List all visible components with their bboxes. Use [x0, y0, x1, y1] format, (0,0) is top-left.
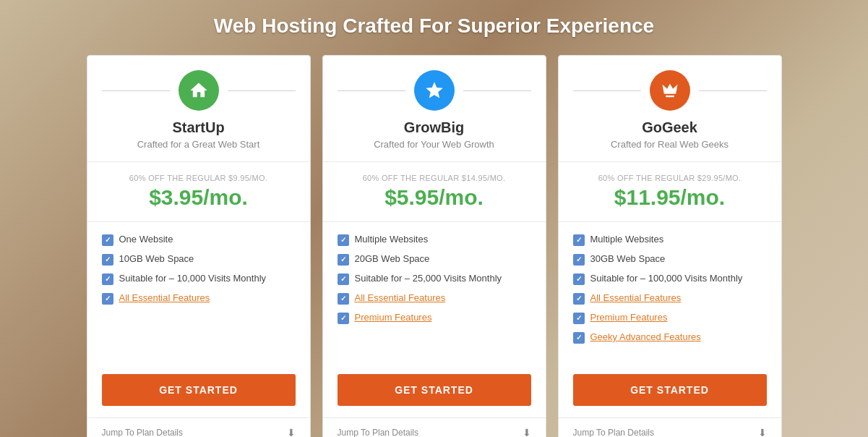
plan-card-growbig: GrowBig Crafted for Your Web Growth 60% …	[322, 55, 546, 437]
plan-price-growbig: $5.95/mo.	[338, 185, 531, 210]
get-started-button-startup[interactable]: GET STARTED	[102, 374, 296, 406]
plan-tagline-startup: Crafted for a Great Web Start	[102, 139, 296, 150]
plan-cta-growbig: GET STARTED	[323, 362, 546, 417]
feature-item-gogeek-3: All Essential Features	[573, 292, 767, 305]
feature-link-gogeek-3[interactable]: All Essential Features	[590, 292, 682, 303]
feature-item-growbig-0: Multiple Websites	[338, 234, 531, 246]
feature-item-gogeek-1: 30GB Web Space	[573, 253, 767, 266]
get-started-button-gogeek[interactable]: GET STARTED	[573, 374, 767, 406]
feature-text: 20GB Web Space	[355, 253, 430, 264]
plan-icon-wrapper-gogeek	[573, 70, 767, 111]
plan-features-gogeek: Multiple Websites 30GB Web Space Suitabl…	[559, 222, 781, 362]
down-arrow-icon-startup: ⬇	[287, 427, 296, 437]
plan-cta-gogeek: GET STARTED	[559, 362, 781, 417]
feature-item-gogeek-2: Suitable for – 100,000 Visits Monthly	[573, 273, 767, 285]
feature-text: Suitable for – 100,000 Visits Monthly	[590, 273, 743, 284]
feature-item-gogeek-0: Multiple Websites	[573, 234, 767, 246]
plan-name-gogeek: GoGeek	[573, 119, 767, 136]
feature-text: One Website	[119, 234, 173, 245]
feature-check-icon	[102, 234, 113, 246]
feature-check-icon	[573, 234, 585, 246]
icon-line-left	[338, 90, 405, 91]
feature-link-startup-3[interactable]: All Essential Features	[119, 292, 210, 303]
feature-text: Suitable for – 25,000 Visits Monthly	[355, 273, 502, 284]
feature-item-startup-0: One Website	[102, 234, 296, 246]
plan-header-startup: StartUp Crafted for a Great Web Start	[87, 56, 310, 162]
crown-icon	[650, 70, 690, 111]
feature-check-icon	[338, 254, 349, 266]
feature-item-startup-3: All Essential Features	[102, 292, 296, 305]
plan-tagline-growbig: Crafted for Your Web Growth	[338, 139, 531, 150]
plan-features-startup: One Website 10GB Web Space Suitable for …	[87, 222, 310, 362]
plan-price-gogeek: $11.95/mo.	[573, 185, 767, 210]
feature-check-icon	[102, 273, 113, 285]
icon-line-left	[573, 90, 641, 91]
feature-item-gogeek-4: Premium Features	[573, 312, 767, 324]
plan-price-startup: $3.95/mo.	[102, 185, 296, 210]
get-started-button-growbig[interactable]: GET STARTED	[338, 374, 531, 406]
jump-to-plan-label-gogeek: Jump To Plan Details	[573, 428, 655, 437]
feature-link-growbig-3[interactable]: All Essential Features	[355, 292, 446, 303]
plan-tagline-gogeek: Crafted for Real Web Geeks	[573, 139, 767, 150]
plan-card-gogeek: GoGeek Crafted for Real Web Geeks 60% OF…	[558, 55, 782, 437]
feature-item-growbig-3: All Essential Features	[338, 292, 531, 305]
star-icon	[414, 70, 455, 111]
feature-check-icon	[573, 273, 585, 285]
icon-line-right	[463, 90, 531, 91]
feature-check-icon	[573, 293, 585, 305]
plan-header-growbig: GrowBig Crafted for Your Web Growth	[323, 56, 546, 162]
plans-container: StartUp Crafted for a Great Web Start 60…	[73, 55, 796, 437]
feature-check-icon	[338, 273, 349, 285]
feature-item-startup-2: Suitable for – 10,000 Visits Monthly	[102, 273, 296, 285]
feature-check-icon	[102, 293, 113, 305]
icon-line-left	[102, 90, 170, 91]
plan-pricing-startup: 60% OFF THE REGULAR $9.95/MO. $3.95/mo.	[87, 162, 310, 222]
plan-discount-startup: 60% OFF THE REGULAR $9.95/MO.	[102, 174, 296, 182]
feature-link-growbig-4[interactable]: Premium Features	[355, 312, 432, 323]
feature-check-icon	[573, 254, 585, 266]
plan-name-growbig: GrowBig	[338, 119, 531, 136]
feature-check-icon	[338, 313, 349, 324]
plan-icon-wrapper-startup	[102, 70, 296, 111]
plan-pricing-growbig: 60% OFF THE REGULAR $14.95/MO. $5.95/mo.	[323, 162, 546, 222]
icon-line-right	[699, 90, 767, 91]
plan-icon-wrapper-growbig	[338, 70, 531, 111]
plan-pricing-gogeek: 60% OFF THE REGULAR $29.95/MO. $11.95/mo…	[559, 162, 781, 222]
feature-check-icon	[573, 332, 585, 344]
down-arrow-icon-gogeek: ⬇	[758, 427, 767, 437]
feature-text: 10GB Web Space	[119, 253, 194, 264]
plan-name-startup: StartUp	[102, 119, 296, 136]
feature-check-icon	[338, 234, 349, 246]
plan-footer-startup[interactable]: Jump To Plan Details ⬇	[87, 417, 310, 437]
feature-text: Multiple Websites	[355, 234, 429, 245]
feature-item-startup-1: 10GB Web Space	[102, 253, 296, 266]
feature-item-gogeek-5: Geeky Advanced Features	[573, 331, 767, 344]
feature-link-gogeek-4[interactable]: Premium Features	[590, 312, 668, 323]
plan-discount-growbig: 60% OFF THE REGULAR $14.95/MO.	[338, 174, 531, 182]
plan-cta-startup: GET STARTED	[87, 362, 310, 417]
page-title: Web Hosting Crafted For Superior Experie…	[214, 14, 654, 38]
down-arrow-icon-growbig: ⬇	[523, 427, 531, 437]
plan-footer-growbig[interactable]: Jump To Plan Details ⬇	[323, 417, 546, 437]
feature-item-growbig-1: 20GB Web Space	[338, 253, 531, 266]
plan-footer-gogeek[interactable]: Jump To Plan Details ⬇	[559, 417, 781, 437]
feature-text: Multiple Websites	[590, 234, 664, 245]
plan-card-startup: StartUp Crafted for a Great Web Start 60…	[87, 55, 311, 437]
icon-line-right	[228, 90, 296, 91]
feature-check-icon	[573, 313, 585, 324]
jump-to-plan-label-growbig: Jump To Plan Details	[338, 428, 419, 437]
feature-link-gogeek-5[interactable]: Geeky Advanced Features	[590, 331, 701, 342]
feature-item-growbig-2: Suitable for – 25,000 Visits Monthly	[338, 273, 531, 285]
jump-to-plan-label-startup: Jump To Plan Details	[102, 428, 184, 437]
feature-check-icon	[338, 293, 349, 305]
plan-discount-gogeek: 60% OFF THE REGULAR $29.95/MO.	[573, 174, 767, 182]
home-icon	[179, 70, 219, 111]
feature-check-icon	[102, 254, 113, 266]
feature-text: Suitable for – 10,000 Visits Monthly	[119, 273, 267, 284]
feature-text: 30GB Web Space	[590, 253, 666, 264]
plan-header-gogeek: GoGeek Crafted for Real Web Geeks	[559, 56, 781, 162]
feature-item-growbig-4: Premium Features	[338, 312, 531, 324]
plan-features-growbig: Multiple Websites 20GB Web Space Suitabl…	[323, 222, 546, 362]
